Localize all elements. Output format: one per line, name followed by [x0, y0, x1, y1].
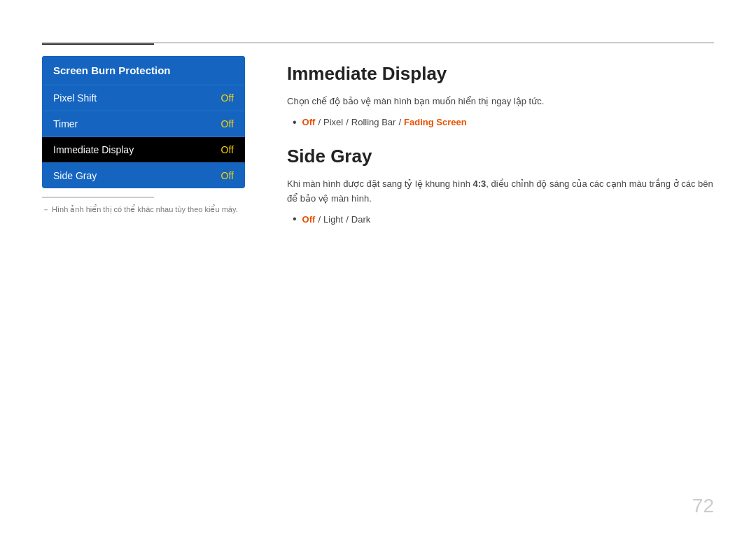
- option-dark: Dark: [351, 214, 370, 225]
- menu-item-immediate-display-label: Immediate Display: [53, 144, 134, 155]
- option-off-2: Off: [302, 214, 316, 225]
- section-side-gray-desc-text1: Khi màn hình được đặt sang tỷ lệ khung h…: [287, 178, 472, 189]
- menu-item-immediate-display[interactable]: Immediate Display Off: [42, 137, 245, 163]
- section-side-gray-title: Side Gray: [287, 146, 714, 167]
- menu-item-pixel-shift-label: Pixel Shift: [53, 92, 97, 104]
- menu-header: Screen Burn Protection: [42, 56, 245, 85]
- menu-item-timer[interactable]: Timer Off: [42, 111, 245, 137]
- menu-item-timer-label: Timer: [53, 118, 78, 129]
- option-off-1: Off: [302, 117, 316, 127]
- menu-item-side-gray[interactable]: Side Gray Off: [42, 163, 245, 188]
- section-side-gray-desc: Khi màn hình được đặt sang tỷ lệ khung h…: [287, 177, 714, 206]
- section-side-gray-ratio: 4:3: [472, 178, 486, 189]
- option-sep-1: /: [318, 117, 321, 127]
- section-immediate-display: Immediate Display Chọn chế độ bảo vệ màn…: [287, 63, 714, 129]
- section-side-gray-options: • Off / Light / Dark: [287, 213, 714, 225]
- page-number: 72: [692, 495, 714, 517]
- section-side-gray: Side Gray Khi màn hình được đặt sang tỷ …: [287, 146, 714, 226]
- left-panel: Screen Burn Protection Pixel Shift Off T…: [42, 56, 245, 492]
- note-divider: [42, 197, 154, 198]
- bullet-dot-2: •: [293, 213, 297, 225]
- right-panel: Immediate Display Chọn chế độ bảo vệ màn…: [287, 56, 714, 492]
- option-light: Light: [323, 214, 343, 225]
- bullet-dot-1: •: [293, 116, 297, 129]
- top-divider-line: [42, 42, 714, 43]
- option-sep-5: /: [346, 214, 349, 225]
- option-sep-4: /: [318, 214, 321, 225]
- menu-item-side-gray-value: Off: [221, 170, 234, 181]
- menu-item-pixel-shift-value: Off: [221, 92, 234, 104]
- menu-item-immediate-display-value: Off: [221, 144, 234, 155]
- section-immediate-display-title: Immediate Display: [287, 63, 714, 85]
- menu-item-pixel-shift[interactable]: Pixel Shift Off: [42, 85, 245, 111]
- option-rolling-bar: Rolling Bar: [351, 117, 396, 127]
- menu-box: Screen Burn Protection Pixel Shift Off T…: [42, 56, 245, 188]
- section-immediate-display-desc: Chọn chế độ bảo vệ màn hình bạn muốn hiể…: [287, 94, 714, 109]
- main-container: Screen Burn Protection Pixel Shift Off T…: [42, 56, 714, 492]
- section-immediate-display-options: • Off / Pixel / Rolling Bar / Fading Scr…: [287, 116, 714, 129]
- option-pixel: Pixel: [323, 117, 343, 127]
- menu-item-side-gray-label: Side Gray: [53, 170, 97, 181]
- menu-item-timer-value: Off: [221, 118, 234, 129]
- option-sep-2: /: [346, 117, 349, 127]
- note-text: － Hình ảnh hiển thị có thể khác nhau tùy…: [42, 204, 245, 216]
- option-sep-3: /: [398, 117, 401, 127]
- option-fading-screen: Fading Screen: [404, 117, 467, 127]
